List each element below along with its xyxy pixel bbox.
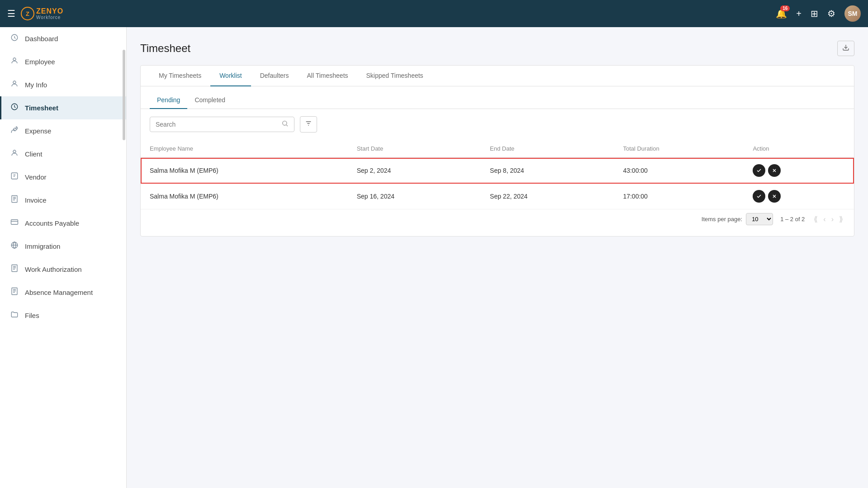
immigration-icon	[10, 241, 19, 251]
sidebar-item-files[interactable]: Files	[0, 304, 126, 327]
per-page-select[interactable]: 10 25 50 100	[746, 213, 773, 225]
svg-point-12	[283, 121, 287, 125]
navbar: ☰ Z ZENYO Workforce 🔔 16 + ⊞ ⚙ SM	[0, 0, 868, 27]
tab-my-timesheets[interactable]: My Timesheets	[150, 66, 210, 86]
sidebar-item-label: My Info	[25, 81, 47, 89]
navbar-left: ☰ Z ZENYO Workforce	[7, 7, 63, 20]
sidebar-item-label: Timesheet	[25, 104, 58, 112]
avatar-image: SM	[844, 5, 861, 22]
sub-tab-completed[interactable]: Completed	[187, 92, 232, 109]
table-row: Salma Mofika M (EMP6) Sep 16, 2024 Sep 2…	[141, 184, 854, 209]
tab-skipped-timesheets[interactable]: Skipped Timesheets	[357, 66, 432, 86]
page-title: Timesheet	[140, 42, 190, 55]
sub-tabs: Pending Completed	[141, 86, 854, 109]
cell-start-date: Sep 16, 2024	[348, 184, 481, 209]
tab-all-timesheets[interactable]: All Timesheets	[298, 66, 357, 86]
cell-employee-name: Salma Mofika M (EMP6)	[141, 184, 348, 209]
notification-badge: 16	[780, 5, 790, 11]
sidebar-item-accounts-payable[interactable]: Accounts Payable	[0, 212, 126, 235]
accounts-payable-icon	[10, 218, 19, 228]
col-action: Action	[744, 140, 854, 158]
expense-icon	[10, 126, 19, 136]
sidebar-item-vendor[interactable]: Vendor	[0, 166, 126, 189]
sidebar-item-label: Dashboard	[25, 35, 58, 43]
prev-page-button[interactable]: ‹	[821, 214, 827, 224]
svg-point-4	[13, 150, 16, 153]
tabs-header: My Timesheets Worklist Defaulters All Ti…	[141, 66, 854, 86]
logo-text-block: ZENYO Workforce	[36, 7, 63, 20]
reject-button[interactable]	[768, 164, 781, 177]
pagination-row: Items per page: 10 25 50 100 1 – 2 of 2 …	[141, 209, 854, 229]
sidebar-item-immigration[interactable]: Immigration	[0, 235, 126, 258]
cell-action	[744, 184, 854, 209]
sidebar-scrollbar[interactable]	[123, 50, 125, 140]
logo: Z ZENYO Workforce	[21, 7, 63, 20]
search-box	[150, 117, 294, 132]
work-authorization-icon	[10, 264, 19, 275]
action-cell	[753, 190, 845, 203]
col-end-date: End Date	[481, 140, 614, 158]
cell-end-date: Sep 22, 2024	[481, 184, 614, 209]
search-input[interactable]	[156, 121, 281, 128]
sidebar-item-my-info[interactable]: My Info	[0, 73, 126, 96]
hamburger-menu-button[interactable]: ☰	[7, 8, 15, 19]
sidebar-item-employee[interactable]: Employee	[0, 50, 126, 73]
search-icon	[281, 120, 289, 129]
sidebar-item-label: Work Authorization	[25, 265, 82, 273]
cell-employee-name: Salma Mofika M (EMP6)	[141, 158, 348, 184]
sidebar-item-dashboard[interactable]: Dashboard	[0, 27, 126, 50]
export-button[interactable]	[837, 41, 854, 56]
approve-button[interactable]	[753, 190, 765, 203]
col-total-duration: Total Duration	[614, 140, 744, 158]
my-info-icon	[10, 80, 19, 90]
page-info: 1 – 2 of 2	[780, 216, 805, 223]
absence-management-icon	[10, 287, 19, 298]
sidebar-item-timesheet[interactable]: Timesheet	[0, 96, 126, 119]
sidebar-item-label: Accounts Payable	[25, 219, 79, 227]
timesheet-icon	[10, 103, 19, 113]
sidebar-item-absence-management[interactable]: Absence Management	[0, 281, 126, 304]
dashboard-icon	[10, 33, 19, 44]
avatar[interactable]: SM	[844, 5, 861, 22]
sidebar-item-expense[interactable]: Expense	[0, 119, 126, 142]
logo-icon: Z	[21, 7, 34, 20]
tab-worklist[interactable]: Worklist	[210, 66, 251, 86]
items-per-page: Items per page: 10 25 50 100	[702, 213, 773, 225]
filter-button[interactable]	[300, 116, 317, 133]
sidebar-item-label: Immigration	[25, 242, 60, 250]
page-header: Timesheet	[140, 41, 854, 56]
sidebar-item-work-authorization[interactable]: Work Authorization	[0, 258, 126, 281]
settings-button[interactable]: ⚙	[827, 8, 835, 19]
approve-button[interactable]	[753, 164, 765, 177]
sidebar: Dashboard Employee My Info Timesheet Exp…	[0, 27, 127, 488]
table-header: Employee Name Start Date End Date Total …	[141, 140, 854, 158]
sub-tab-pending[interactable]: Pending	[150, 92, 187, 109]
action-cell	[753, 164, 845, 177]
col-employee-name: Employee Name	[141, 140, 348, 158]
logo-workforce-text: Workforce	[36, 15, 63, 20]
sidebar-item-invoice[interactable]: Invoice	[0, 189, 126, 212]
reject-button[interactable]	[768, 190, 781, 203]
add-button[interactable]: +	[796, 9, 802, 19]
last-page-button[interactable]: ⟫	[837, 214, 845, 224]
svg-rect-6	[12, 196, 17, 203]
tabs-container: My Timesheets Worklist Defaulters All Ti…	[140, 65, 854, 237]
cell-action	[744, 158, 854, 184]
apps-button[interactable]: ⊞	[811, 8, 818, 19]
search-filter-row	[141, 109, 854, 140]
timesheets-table: Employee Name Start Date End Date Total …	[141, 140, 854, 209]
main-content: Timesheet My Timesheets Worklist Default…	[127, 27, 868, 488]
notification-button[interactable]: 🔔 16	[776, 8, 787, 19]
sidebar-item-client[interactable]: Client	[0, 142, 126, 166]
page-nav: ⟪ ‹ › ⟫	[812, 214, 845, 224]
first-page-button[interactable]: ⟪	[812, 214, 820, 224]
table-container: Employee Name Start Date End Date Total …	[141, 140, 854, 236]
invoice-icon	[10, 195, 19, 205]
sidebar-item-label: Employee	[25, 58, 55, 66]
table-row: Salma Mofika M (EMP6) Sep 2, 2024 Sep 8,…	[141, 158, 854, 184]
tab-defaulters[interactable]: Defaulters	[251, 66, 298, 86]
next-page-button[interactable]: ›	[830, 214, 835, 224]
sidebar-item-label: Client	[25, 150, 42, 158]
sidebar-item-label: Absence Management	[25, 289, 93, 296]
cell-end-date: Sep 8, 2024	[481, 158, 614, 184]
